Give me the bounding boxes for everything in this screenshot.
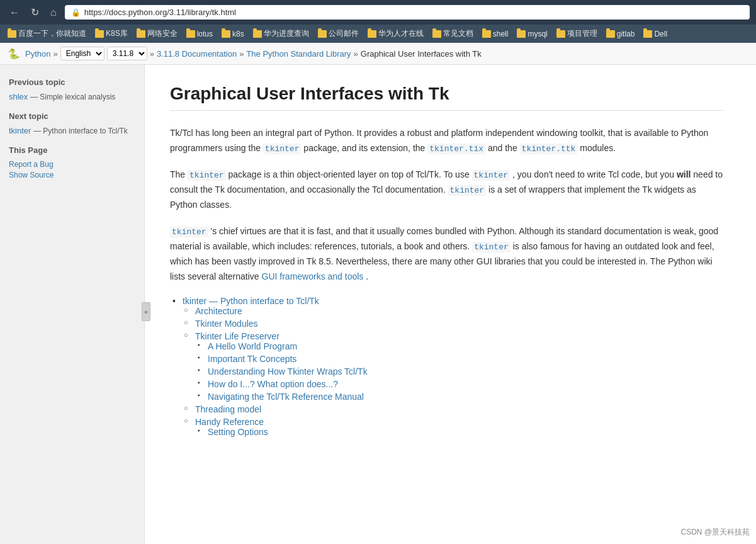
toc-modules-link[interactable]: Tkinter Modules	[195, 319, 258, 329]
tkinter-link-5[interactable]: tkinter	[170, 227, 208, 237]
refresh-button[interactable]: ↻	[28, 5, 42, 20]
toc-howdoi: How do I...? What option does...?	[208, 379, 724, 389]
toc-setting-options-link[interactable]: Setting Options	[208, 427, 268, 437]
toc-hello-world-link[interactable]: A Hello World Program	[208, 341, 297, 351]
tkinter-link-2[interactable]: tkinter	[188, 170, 226, 181]
folder-icon	[95, 30, 104, 38]
folder-icon	[222, 30, 230, 38]
next-topic-link[interactable]: tkinter — Python interface to Tcl/Tk	[9, 126, 135, 135]
toc-navigating-link[interactable]: Navigating the Tcl/Tk Reference Manual	[208, 392, 364, 402]
toc-handy-sub-list: Setting Options	[208, 427, 724, 437]
breadcrumb-sep-4: »	[354, 49, 358, 59]
sidebar: Previous topic shlex — Simple lexical an…	[0, 65, 145, 544]
prev-topic-link[interactable]: shlex — Simple lexical analysis	[9, 92, 135, 101]
toc-modules: Tkinter Modules	[195, 319, 724, 329]
this-page-links: Report a Bug Show Source	[9, 160, 135, 179]
folder-icon	[318, 30, 327, 38]
toc-handy-ref-link[interactable]: Handy Reference	[195, 417, 264, 427]
tkinter-link-1[interactable]: tkinter	[263, 144, 302, 154]
toc-understanding: Understanding How Tkinter Wraps Tcl/Tk	[208, 366, 724, 377]
back-button[interactable]: ←	[6, 6, 23, 20]
toc-setting-options: Setting Options	[208, 427, 724, 437]
folder-icon	[556, 30, 565, 38]
folder-icon	[253, 30, 262, 38]
tkinter-link-3[interactable]: tkinter	[472, 170, 511, 181]
collapse-sidebar-button[interactable]: «	[142, 302, 150, 321]
toc-architecture: Architecture	[195, 306, 724, 316]
breadcrumb-lib[interactable]: The Python Standard Library	[246, 49, 351, 59]
toc-understanding-link[interactable]: Understanding How Tkinter Wraps Tcl/Tk	[208, 366, 368, 377]
bookmark-item[interactable]: K8S库	[93, 27, 130, 40]
intro-para-3: tkinter 's chief virtues are that it is …	[170, 224, 724, 285]
bookmark-item[interactable]: 常见文档	[430, 27, 476, 40]
bookmark-item[interactable]: 百度一下，你就知道	[5, 27, 89, 40]
folder-icon	[432, 30, 441, 38]
breadcrumb-bar: 🐍 Python » English 3.11.8 » 3.11.8 Docum…	[0, 43, 756, 65]
toc-sub-sub-list: A Hello World Program Important Tk Conce…	[208, 341, 724, 402]
bookmark-item[interactable]: shell	[480, 28, 511, 40]
page-layout: Previous topic shlex — Simple lexical an…	[0, 65, 756, 544]
bookmark-item[interactable]: Dell	[641, 28, 670, 40]
toc-sub-list: Architecture Tkinter Modules Tkinter Lif…	[195, 306, 724, 437]
breadcrumb-sep-1: »	[53, 49, 57, 59]
home-button[interactable]: ⌂	[47, 6, 60, 20]
gui-frameworks-link[interactable]: GUI frameworks and tools	[262, 271, 364, 281]
tkinter-link-6[interactable]: tkinter	[472, 242, 511, 252]
toc-navigating: Navigating the Tcl/Tk Reference Manual	[208, 392, 724, 402]
folder-icon	[8, 30, 16, 38]
python-logo: 🐍	[8, 47, 20, 60]
show-source-link[interactable]: Show Source	[9, 171, 135, 179]
lock-icon: 🔒	[71, 8, 81, 17]
bookmark-item[interactable]: mysql	[514, 28, 550, 40]
toc-hello-world: A Hello World Program	[208, 341, 724, 351]
toc-architecture-link[interactable]: Architecture	[195, 306, 242, 316]
next-topic-title: Next topic	[9, 111, 135, 121]
toc-threading-link[interactable]: Threading model	[195, 404, 261, 414]
tkinter-ttk-link[interactable]: tkinter.ttk	[520, 144, 578, 154]
folder-icon	[368, 30, 376, 38]
bookmark-item[interactable]: 网络安全	[134, 27, 180, 40]
watermark: CSDN @景天科技苑	[680, 527, 750, 538]
bookmark-item[interactable]: gitlab	[604, 28, 638, 40]
report-bug-link[interactable]: Report a Bug	[9, 160, 135, 169]
version-select[interactable]: 3.11.8	[107, 47, 147, 60]
prev-topic-title: Previous topic	[9, 77, 135, 87]
toc-threading: Threading model	[195, 404, 724, 414]
breadcrumb-sep-3: »	[239, 49, 244, 59]
url-text: https://docs.python.org/3.11/library/tk.…	[84, 8, 236, 17]
folder-icon	[186, 30, 195, 38]
bookmarks-bar: 百度一下，你就知道K8S库网络安全lotusk8s华为进度查询公司邮件华为人才在…	[0, 25, 756, 43]
language-select[interactable]: English	[60, 47, 104, 60]
toc-main-link[interactable]: tkinter — Python interface to Tcl/Tk	[183, 296, 319, 306]
breadcrumb-doc[interactable]: 3.11.8 Documentation	[157, 49, 237, 59]
toc-important-concepts: Important Tk Concepts	[208, 354, 724, 364]
toc-list: tkinter — Python interface to Tcl/Tk Arc…	[183, 296, 724, 437]
toc-life-preserver: Tkinter Life Preserver A Hello World Pro…	[195, 331, 724, 402]
bookmark-item[interactable]: 华为进度查询	[251, 27, 312, 40]
breadcrumb-python[interactable]: Python	[25, 49, 50, 59]
breadcrumb-current: Graphical User Interfaces with Tk	[361, 49, 482, 59]
folder-icon	[482, 30, 491, 38]
folder-icon	[606, 30, 615, 38]
toc-item-main: tkinter — Python interface to Tcl/Tk Arc…	[183, 296, 724, 437]
address-bar[interactable]: 🔒 https://docs.python.org/3.11/library/t…	[65, 5, 750, 20]
intro-para-1: Tk/Tcl has long been an integral part of…	[170, 126, 724, 156]
tkinter-tix-link[interactable]: tkinter.tix	[427, 144, 485, 154]
folder-icon	[517, 30, 526, 38]
breadcrumb-sep-2: »	[150, 49, 154, 59]
toc-handy-ref: Handy Reference Setting Options	[195, 417, 724, 437]
intro-para-2: The tkinter package is a thin object-ori…	[170, 167, 724, 213]
browser-chrome: ← ↻ ⌂ 🔒 https://docs.python.org/3.11/lib…	[0, 0, 756, 25]
toc-life-preserver-link[interactable]: Tkinter Life Preserver	[195, 331, 279, 341]
page-title: Graphical User Interfaces with Tk	[170, 84, 724, 111]
toc-howdoi-link[interactable]: How do I...? What option does...?	[208, 379, 338, 389]
folder-icon	[137, 30, 145, 38]
main-content: Graphical User Interfaces with Tk Tk/Tcl…	[145, 65, 749, 544]
tkinter-link-4[interactable]: tkinter	[448, 185, 487, 196]
bookmark-item[interactable]: k8s	[219, 28, 247, 40]
bookmark-item[interactable]: 项目管理	[554, 27, 600, 40]
bookmark-item[interactable]: lotus	[184, 28, 215, 40]
toc-important-concepts-link[interactable]: Important Tk Concepts	[208, 354, 296, 364]
bookmark-item[interactable]: 公司邮件	[315, 27, 361, 40]
bookmark-item[interactable]: 华为人才在线	[365, 27, 426, 40]
